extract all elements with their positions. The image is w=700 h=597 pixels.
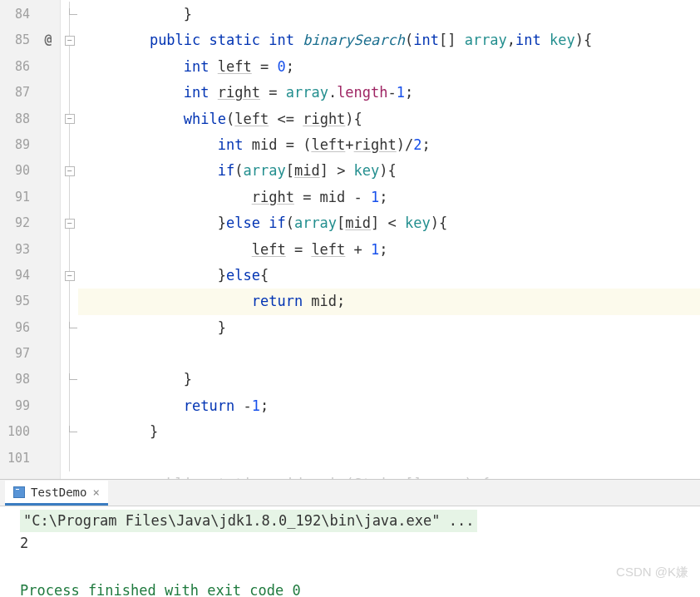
line-number[interactable]: 93 xyxy=(0,237,30,263)
code-token: mid; xyxy=(311,293,345,309)
marker-cell[interactable] xyxy=(37,210,60,236)
fold-collapse-icon[interactable]: − xyxy=(65,114,75,124)
fold-collapse-icon[interactable]: − xyxy=(65,166,75,176)
code-token: - xyxy=(243,397,251,414)
code-line[interactable]: if(array[mid] > key){ xyxy=(78,158,700,184)
fold-cell[interactable] xyxy=(61,393,78,419)
line-number[interactable]: 92 xyxy=(0,210,30,236)
fold-cell[interactable] xyxy=(61,315,78,341)
marker-cell[interactable] xyxy=(37,315,60,341)
line-number[interactable]: 89 xyxy=(0,132,30,158)
code-line[interactable]: left = left + 1; xyxy=(78,237,700,263)
code-token: + xyxy=(345,136,353,153)
code-line[interactable]: } xyxy=(78,419,700,445)
run-console-panel: TestDemo × "C:\Program Files\Java\jdk1.8… xyxy=(0,479,700,597)
code-line[interactable]: } xyxy=(78,367,700,392)
fold-collapse-icon[interactable]: − xyxy=(65,271,75,281)
marker-cell[interactable] xyxy=(37,419,60,445)
line-number[interactable]: 98 xyxy=(0,367,30,392)
line-number[interactable]: 101 xyxy=(0,446,30,471)
fold-cell[interactable] xyxy=(61,185,78,210)
marker-cell[interactable] xyxy=(37,54,60,80)
fold-cell[interactable]: − xyxy=(61,210,78,236)
fold-cell[interactable] xyxy=(61,289,78,314)
fold-cell[interactable] xyxy=(61,54,78,80)
code-token: { xyxy=(260,267,269,284)
marker-cell[interactable] xyxy=(37,289,60,314)
code-token: ){ xyxy=(379,162,396,179)
line-number[interactable]: 100 xyxy=(0,419,30,445)
marker-gutter[interactable]: @ xyxy=(37,0,60,479)
marker-cell[interactable] xyxy=(37,446,60,471)
marker-cell[interactable] xyxy=(37,263,60,289)
code-line[interactable]: int mid = (left+right)/2; xyxy=(78,132,700,158)
fold-cell[interactable] xyxy=(61,367,78,392)
marker-cell[interactable] xyxy=(37,393,60,419)
fold-collapse-icon[interactable]: − xyxy=(65,219,75,229)
code-line[interactable]: int left = 0; xyxy=(78,54,700,80)
code-token: } xyxy=(81,319,226,336)
code-token xyxy=(81,293,252,309)
code-line[interactable]: } xyxy=(78,315,700,341)
fold-cell[interactable]: − xyxy=(61,27,78,53)
marker-cell[interactable] xyxy=(37,132,60,158)
fold-cell[interactable] xyxy=(61,132,78,158)
fold-cell[interactable] xyxy=(61,341,78,367)
code-line[interactable]: }else{ xyxy=(78,263,700,289)
marker-cell[interactable] xyxy=(37,341,60,367)
code-line[interactable]: while(left <= right){ xyxy=(78,106,700,132)
code-token: array xyxy=(286,84,328,101)
fold-gutter[interactable]: −−−−− xyxy=(60,0,78,479)
code-token: ){ xyxy=(575,32,592,48)
code-line[interactable] xyxy=(78,341,700,367)
line-number[interactable]: 97 xyxy=(0,341,30,367)
line-number[interactable]: 84 xyxy=(0,2,30,27)
line-number[interactable]: 86 xyxy=(0,54,30,80)
code-token xyxy=(81,111,184,127)
marker-cell[interactable] xyxy=(37,2,60,27)
marker-cell[interactable] xyxy=(37,185,60,210)
code-token xyxy=(81,58,184,75)
marker-cell[interactable]: @ xyxy=(37,27,60,53)
line-number[interactable]: 94 xyxy=(0,263,30,289)
fold-collapse-icon[interactable]: − xyxy=(65,36,75,46)
code-line[interactable]: return -1; xyxy=(78,393,700,419)
close-icon[interactable]: × xyxy=(92,486,99,499)
code-line[interactable]: }else if(array[mid] < key){ xyxy=(78,210,700,236)
code-line[interactable] xyxy=(78,446,700,471)
code-line[interactable]: right = mid - 1; xyxy=(78,185,700,210)
console-stdout: 2 xyxy=(20,532,690,555)
fold-cell[interactable] xyxy=(61,419,78,445)
fold-cell[interactable] xyxy=(61,237,78,263)
fold-cell[interactable] xyxy=(61,2,78,27)
marker-cell[interactable] xyxy=(37,106,60,132)
console-tab-testdemo[interactable]: TestDemo × xyxy=(5,481,108,506)
line-number[interactable]: 85 xyxy=(0,27,30,53)
fold-cell[interactable] xyxy=(61,80,78,106)
line-number[interactable]: 87 xyxy=(0,80,30,106)
line-number[interactable]: 96 xyxy=(0,315,30,341)
fold-cell[interactable]: − xyxy=(61,263,78,289)
fold-cell[interactable]: − xyxy=(61,158,78,184)
line-number-gutter[interactable]: 84858687888990919293949596979899100101 xyxy=(0,0,37,479)
fold-cell[interactable] xyxy=(61,446,78,471)
line-number[interactable]: 90 xyxy=(0,158,30,184)
code-line[interactable]: int right = array.length-1; xyxy=(78,80,700,106)
line-number[interactable]: 95 xyxy=(0,289,30,314)
marker-cell[interactable] xyxy=(37,367,60,392)
code-editor[interactable]: 84858687888990919293949596979899100101 @… xyxy=(0,0,700,479)
fold-end-icon xyxy=(69,8,77,15)
marker-cell[interactable] xyxy=(37,237,60,263)
code-line[interactable]: public static int binarySearch(int[] arr… xyxy=(78,27,700,53)
code-content[interactable]: } public static int binarySearch(int[] a… xyxy=(78,0,700,479)
line-number[interactable]: 99 xyxy=(0,393,30,419)
code-line[interactable]: return mid; xyxy=(78,289,700,314)
code-token: . xyxy=(328,84,337,101)
marker-cell[interactable] xyxy=(37,80,60,106)
console-output[interactable]: "C:\Program Files\Java\jdk1.8.0_192\bin\… xyxy=(0,506,700,558)
fold-cell[interactable]: − xyxy=(61,106,78,132)
line-number[interactable]: 88 xyxy=(0,106,30,132)
line-number[interactable]: 91 xyxy=(0,185,30,210)
marker-cell[interactable] xyxy=(37,158,60,184)
code-line[interactable]: } xyxy=(78,2,700,27)
